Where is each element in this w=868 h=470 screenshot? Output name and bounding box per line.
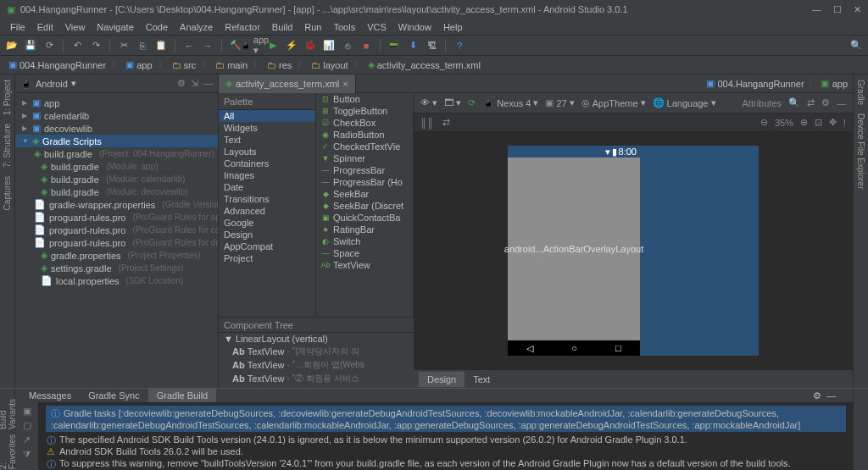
menu-refactor[interactable]: Refactor xyxy=(220,20,265,34)
tree-item[interactable]: 📄local.properties(SDK Location) xyxy=(15,274,218,287)
save-icon[interactable]: 💾 xyxy=(24,39,37,53)
tree-item[interactable]: 📄proguard-rules.pro(ProGuard Rules for a… xyxy=(15,211,218,224)
menu-navigate[interactable]: Navigate xyxy=(92,20,138,34)
tab-design[interactable]: Design xyxy=(419,372,465,387)
component-tree-item[interactable]: ▼ LinearLayout (vertical) xyxy=(219,333,414,345)
tree-item[interactable]: ▶▣decoviewlib xyxy=(15,122,218,135)
close-tab-icon[interactable]: × xyxy=(342,79,348,89)
attach-debugger-icon[interactable]: ⎋ xyxy=(341,39,354,53)
tree-item[interactable]: ◈build.gradle(Module: calendarlib) xyxy=(15,173,218,185)
tree-item[interactable]: ◈build.gradle(Project: 004.HangangRunner… xyxy=(15,147,218,160)
pan-icon[interactable]: ║║ xyxy=(420,118,434,128)
messages-export-icon[interactable]: ↗ xyxy=(23,434,31,445)
hide-attr-icon[interactable]: — xyxy=(837,98,846,108)
menu-build[interactable]: Build xyxy=(267,20,298,34)
palette-widget[interactable]: ◆SeekBar (Discret xyxy=(316,200,413,212)
tree-item[interactable]: ◈build.gradle(Module: app) xyxy=(15,160,218,173)
tab-device-file-explorer[interactable]: Device File Explorer xyxy=(856,113,865,189)
tree-item[interactable]: ▶▣app xyxy=(15,97,218,109)
breadcrumb-src[interactable]: 🗀src xyxy=(169,59,200,71)
palette-category[interactable]: Google xyxy=(219,217,315,229)
messages-collapse-icon[interactable]: ▢ xyxy=(23,420,31,431)
tab-captures[interactable]: Captures xyxy=(3,176,12,211)
zoom-out-icon[interactable]: ⊖ xyxy=(760,117,768,128)
tree-item[interactable]: ◈build.gradle(Module: decoviewlib) xyxy=(15,185,218,198)
view-all-attr-icon[interactable]: ⇄ xyxy=(807,97,815,108)
palette-widget[interactable]: ◉RadioButton xyxy=(316,129,413,141)
palette-category[interactable]: Project xyxy=(219,252,315,264)
palette-category[interactable]: Layouts xyxy=(219,146,315,158)
palette-widget[interactable]: —ProgressBar (Ho xyxy=(316,176,413,188)
back-icon[interactable]: ← xyxy=(182,39,196,53)
menu-run[interactable]: Run xyxy=(299,20,326,34)
undo-icon[interactable]: ↶ xyxy=(70,39,84,53)
palette-category[interactable]: Advanced xyxy=(219,205,315,217)
palette-widget[interactable]: —ProgressBar xyxy=(316,164,413,176)
menu-code[interactable]: Code xyxy=(141,20,173,34)
tree-item[interactable]: 📄gradle-wrapper.properties(Gradle Versio… xyxy=(15,198,218,211)
breadcrumb-app[interactable]: ▣app xyxy=(122,58,155,71)
palette-widget[interactable]: ☑CheckBox xyxy=(316,117,413,129)
sdk-manager-icon[interactable]: ⬇ xyxy=(406,39,420,53)
toggle-icon[interactable]: ⇄ xyxy=(442,117,450,128)
profile-icon[interactable]: 📊 xyxy=(322,39,336,53)
tree-item[interactable]: 📄proguard-rules.pro(ProGuard Rules for d… xyxy=(15,236,218,249)
messages-hide-icon[interactable]: — xyxy=(826,390,836,401)
copy-icon[interactable]: ⎘ xyxy=(136,39,149,53)
design-canvas[interactable]: ▾ ▮ 8:00 android...ActionBarOverlayLayou… xyxy=(414,132,853,369)
run-icon[interactable]: ▶ xyxy=(266,39,280,53)
debug-icon[interactable]: 🐞 xyxy=(303,39,317,53)
breadcrumb-res[interactable]: 🗀res xyxy=(264,59,295,71)
palette-category[interactable]: All xyxy=(219,110,315,122)
component-tree-item[interactable]: Ab TextView- "② 회원용 서비스 xyxy=(219,372,414,385)
apply-changes-icon[interactable]: ⚡ xyxy=(285,39,298,53)
project-structure-icon[interactable]: 🏗 xyxy=(425,39,438,53)
breadcrumb-root[interactable]: ▣004.HangangRunner xyxy=(5,58,109,71)
palette-widget[interactable]: ⊡Button xyxy=(316,93,413,105)
breadcrumb-file[interactable]: ◈activity_access_term.xml xyxy=(364,58,484,71)
breadcrumb-main[interactable]: 🗀main xyxy=(212,59,251,71)
menu-vcs[interactable]: VCS xyxy=(362,20,392,34)
tab-structure[interactable]: 7: Structure xyxy=(3,124,12,168)
maximize-button[interactable]: ☐ xyxy=(833,4,842,15)
search-attr-icon[interactable]: 🔍 xyxy=(788,97,800,108)
project-settings-icon[interactable]: ⚙ xyxy=(177,78,186,89)
zoom-fit-icon[interactable]: ⊡ xyxy=(815,117,822,128)
component-tree-item[interactable]: Ab TextView- "…회원이 앱(Webs xyxy=(219,358,414,372)
design-view-icon[interactable]: 👁 ▾ xyxy=(420,97,437,108)
language-dropdown[interactable]: 🌐Language ▾ xyxy=(653,97,716,108)
menu-file[interactable]: File xyxy=(5,20,31,34)
palette-categories[interactable]: AllWidgetsTextLayoutsContainersImagesDat… xyxy=(219,110,315,317)
palette-widgets[interactable]: ⊡Button⊞ToggleButton☑CheckBox◉RadioButto… xyxy=(316,93,414,317)
subtab-gradle-sync[interactable]: Gradle Sync xyxy=(80,389,148,402)
component-tree-item[interactable]: Ab TextView- "(계약당사자의 의 xyxy=(219,345,414,358)
palette-widget[interactable]: —Space xyxy=(316,247,413,259)
minimize-button[interactable]: — xyxy=(812,4,821,15)
theme-dropdown[interactable]: ◎AppTheme ▾ xyxy=(581,97,646,108)
editor-crumb-project[interactable]: 004.HangangRunner xyxy=(718,79,804,89)
palette-widget[interactable]: ◆SeekBar xyxy=(316,188,413,200)
paste-icon[interactable]: 📋 xyxy=(154,39,168,53)
tab-project[interactable]: 1: Project xyxy=(3,80,12,115)
project-hide-icon[interactable]: — xyxy=(203,78,213,89)
project-collapse-icon[interactable]: ⇲ xyxy=(191,78,198,89)
orientation-icon[interactable]: 🗔 ▾ xyxy=(444,97,461,108)
messages-settings-icon[interactable]: ⚙ xyxy=(813,390,821,401)
menu-help[interactable]: Help xyxy=(438,20,468,34)
messages-filter-icon[interactable]: ⧩ xyxy=(23,449,31,460)
stop-icon[interactable]: ■ xyxy=(359,39,373,53)
messages-expand-icon[interactable]: ▣ xyxy=(23,406,31,417)
palette-category[interactable]: Design xyxy=(219,229,315,241)
tree-item[interactable]: 📄proguard-rules.pro(ProGuard Rules for c… xyxy=(15,224,218,236)
palette-widget[interactable]: ▣QuickContactBa xyxy=(316,212,413,224)
palette-widget[interactable]: ◐Switch xyxy=(316,235,413,247)
zoom-in-icon[interactable]: ⊕ xyxy=(800,117,808,128)
pan-mode-icon[interactable]: ✥ xyxy=(829,117,837,128)
breadcrumb-layout[interactable]: 🗀layout xyxy=(308,59,351,71)
settings-attr-icon[interactable]: ⚙ xyxy=(821,97,830,108)
menu-window[interactable]: Window xyxy=(393,20,437,34)
editor-tab-active[interactable]: ◈ activity_access_term.xml × xyxy=(219,75,356,93)
avd-manager-icon[interactable]: 📟 xyxy=(387,39,401,53)
palette-category[interactable]: Images xyxy=(219,169,315,181)
phone-preview[interactable]: ▾ ▮ 8:00 android...ActionBarOverlayLayou… xyxy=(508,146,640,356)
